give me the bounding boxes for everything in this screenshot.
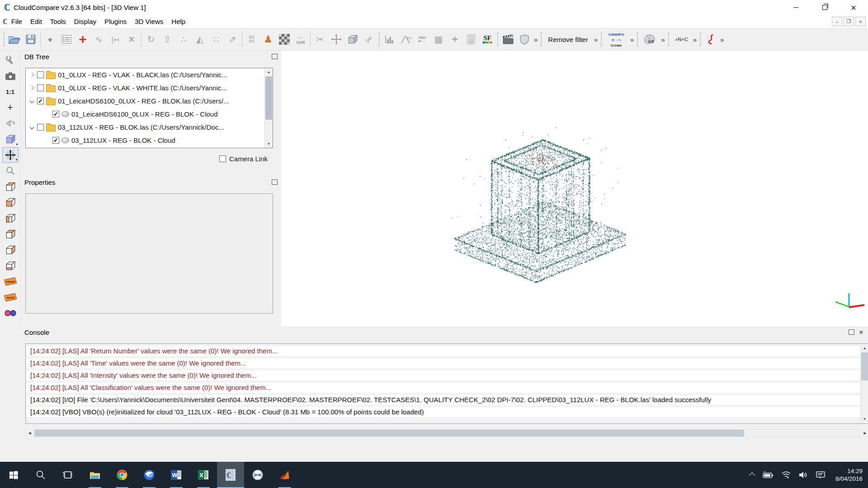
- kd-plugin-button[interactable]: Kd: [640, 31, 660, 48]
- camera-link-checkbox[interactable]: [219, 155, 226, 162]
- trace-polyline-button[interactable]: ∿: [91, 31, 107, 48]
- action-center-icon[interactable]: [816, 470, 826, 479]
- point-cloud-render[interactable]: [281, 51, 868, 326]
- tray-expand-icon[interactable]: [749, 472, 755, 479]
- scissors-button[interactable]: ✂: [312, 31, 328, 48]
- expander-icon[interactable]: [28, 98, 35, 104]
- search-button[interactable]: [27, 462, 54, 488]
- visibility-checkbox[interactable]: [37, 98, 44, 104]
- thunderbird-button[interactable]: [136, 462, 163, 488]
- chunk-texture-button[interactable]: [276, 31, 292, 48]
- wifi-icon[interactable]: [781, 471, 791, 479]
- close-button[interactable]: ×: [839, 0, 868, 15]
- view-back-button[interactable]: [2, 226, 19, 242]
- sf-arithmetic-button[interactable]: [463, 31, 479, 48]
- screenshot-button[interactable]: [2, 68, 19, 84]
- toolbar-handle[interactable]: [700, 32, 701, 47]
- view-right-button[interactable]: [2, 242, 19, 258]
- min-max-filter-button[interactable]: min⇤→: [414, 31, 430, 48]
- zoom-1-1-button[interactable]: 1:1: [2, 84, 19, 99]
- menu-3d-views[interactable]: 3D Views: [131, 16, 167, 27]
- open-button[interactable]: [6, 31, 23, 48]
- restore-button[interactable]: [810, 0, 839, 15]
- scrollbar-thumb[interactable]: [34, 430, 744, 436]
- expander-icon[interactable]: [28, 72, 35, 78]
- file-explorer-button[interactable]: [81, 462, 108, 488]
- menu-help[interactable]: Help: [167, 16, 189, 27]
- toolbar-overflow-button[interactable]: »: [719, 36, 725, 43]
- fit-statistical-model-button[interactable]: μ,σ: [398, 31, 414, 48]
- visibility-checkbox[interactable]: [52, 137, 59, 144]
- add-scalar-field-button[interactable]: +: [447, 31, 463, 48]
- scroll-down-icon[interactable]: ▼: [265, 140, 273, 148]
- toolbar-overflow-button[interactable]: »: [629, 36, 635, 43]
- scroll-up-icon[interactable]: ▲: [861, 344, 868, 352]
- properties-list-button[interactable]: [58, 31, 75, 48]
- console-hscrollbar[interactable]: ◀ ▶: [25, 429, 868, 437]
- 3d-view[interactable]: [281, 51, 868, 326]
- raise-entity-button[interactable]: ⇧: [159, 31, 175, 48]
- segment-button[interactable]: ✂: [361, 31, 377, 48]
- scatter-tool-button[interactable]: ⇗: [224, 31, 241, 48]
- start-button[interactable]: [0, 462, 27, 488]
- float-panel-icon[interactable]: [272, 54, 278, 59]
- toolbar-handle[interactable]: [637, 32, 638, 47]
- tree-row[interactable]: 01_0LUX - REG - VLAK - WHITE.las (C:/Use…: [26, 81, 273, 94]
- canupo-plugin-button[interactable]: CANUPO ⊕→¾ Create: [604, 31, 629, 48]
- flip-view-button[interactable]: [2, 116, 19, 131]
- cisco-anyconnect-button[interactable]: [244, 462, 271, 488]
- view-bottom-button[interactable]: [2, 258, 19, 273]
- tree-row[interactable]: 03_112LUX - REG - BLOK.las (C:/Users/Yan…: [26, 121, 273, 134]
- apply-transformation-button[interactable]: [↤: [107, 31, 123, 48]
- toolbar-overflow-button[interactable]: »: [593, 36, 599, 43]
- float-panel-icon[interactable]: [272, 179, 278, 185]
- tree-row[interactable]: 01_0LUX - REG - VLAK - BLACK.las (C:/Use…: [26, 68, 273, 81]
- zoom-fit-button[interactable]: [2, 163, 19, 178]
- tree-row[interactable]: 03_112LUX - REG - BLOK - Cloud: [26, 134, 273, 147]
- toolbar-handle[interactable]: [379, 32, 380, 47]
- expander-icon[interactable]: [28, 124, 35, 131]
- delete-scalar-field-button[interactable]: ▦: [430, 31, 447, 48]
- show-scalar-field-button[interactable]: SF: [479, 31, 495, 48]
- menu-edit[interactable]: Edit: [26, 16, 46, 27]
- view-top-button[interactable]: [2, 179, 19, 194]
- nc-plugin-button[interactable]: ↗N+C: [671, 31, 692, 48]
- tree-row[interactable]: 01_LeicaHDS6100_0LUX - REG - BLOK.las (C…: [26, 94, 273, 108]
- toolbar-handle[interactable]: [541, 32, 542, 47]
- histogram-button[interactable]: [382, 31, 398, 48]
- mdi-minimize-button[interactable]: –: [832, 17, 842, 26]
- point-list-picking-button[interactable]: +: [75, 31, 91, 48]
- minimize-button[interactable]: [781, 0, 810, 15]
- scroll-right-icon[interactable]: ▶: [861, 429, 868, 437]
- pick-rotation-center-button[interactable]: +: [2, 100, 19, 115]
- scroll-down-icon[interactable]: ▼: [861, 415, 868, 423]
- point-picking-button[interactable]: ⌖: [42, 31, 58, 48]
- menu-display[interactable]: Display: [70, 16, 100, 27]
- noise-filter-button[interactable]: ∷: [208, 31, 224, 48]
- toolbar-overflow-button[interactable]: »: [533, 36, 539, 43]
- remove-filter-button[interactable]: Remove filter: [543, 33, 592, 46]
- animation-plugin-button[interactable]: [500, 31, 516, 48]
- mesh-button[interactable]: ◭: [192, 31, 208, 48]
- speaker-icon[interactable]: [798, 471, 808, 479]
- view-iso-back-button[interactable]: BACK: [2, 290, 19, 305]
- translate-rotate-button[interactable]: [328, 31, 344, 48]
- save-button[interactable]: [23, 31, 39, 48]
- tree-scrollbar[interactable]: ▲ ▼: [264, 68, 273, 148]
- tree-row[interactable]: 01_LeicaHDS6100_0LUX - REG - BLOK - Clou…: [26, 108, 273, 121]
- shield-plugin-button[interactable]: [516, 31, 533, 48]
- matlab-button[interactable]: [271, 462, 298, 488]
- toolbar-overflow-button[interactable]: »: [692, 36, 698, 43]
- subsample-button[interactable]: ∴: [175, 31, 192, 48]
- view-iso-front-button[interactable]: FRONT: [2, 274, 19, 289]
- sor-filter-button[interactable]: · × ·SOR: [292, 31, 309, 48]
- clipping-box-button[interactable]: [344, 31, 361, 48]
- scrollbar-thumb[interactable]: [265, 76, 272, 120]
- excel-button[interactable]: X: [190, 462, 217, 488]
- view-left-button[interactable]: [2, 211, 19, 226]
- float-panel-icon[interactable]: [849, 329, 854, 335]
- visibility-checkbox[interactable]: [37, 71, 44, 78]
- toolbar-overflow-button[interactable]: »: [660, 36, 666, 43]
- toolbar-handle[interactable]: [4, 32, 5, 47]
- closest-point-set-button[interactable]: ♟: [260, 31, 276, 48]
